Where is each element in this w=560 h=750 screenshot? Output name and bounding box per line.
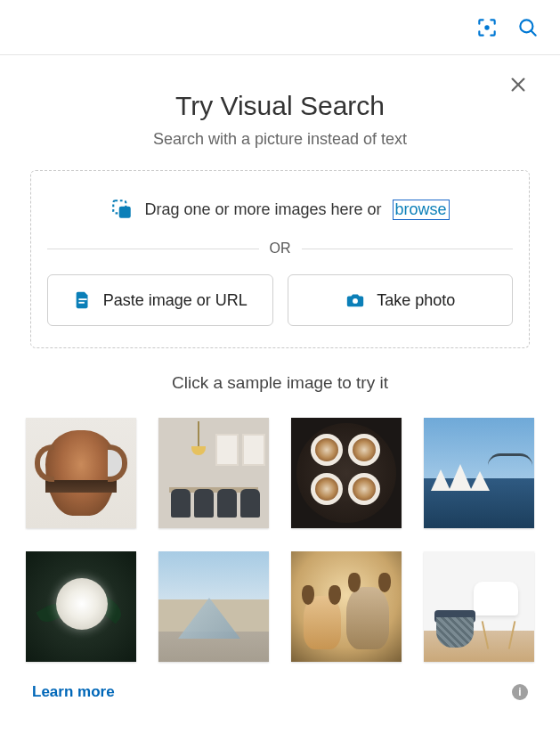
drop-zone[interactable]: Drag one or more images here or browse O… xyxy=(30,170,530,348)
photo-label: Take photo xyxy=(377,291,455,310)
svg-point-9 xyxy=(353,298,358,304)
sample-dogs[interactable] xyxy=(291,551,402,662)
or-label: OR xyxy=(270,240,291,257)
top-bar xyxy=(0,0,560,55)
svg-line-2 xyxy=(531,30,535,35)
sample-grid xyxy=(30,418,530,662)
sample-chair-basket[interactable] xyxy=(424,551,534,662)
svg-point-0 xyxy=(484,25,489,29)
sample-white-rose[interactable] xyxy=(26,551,136,662)
sample-images-label: Click a sample image to try it xyxy=(30,373,530,393)
sample-dining-room[interactable] xyxy=(158,418,269,528)
panel-title: Try Visual Search xyxy=(30,91,530,121)
sample-sydney-opera[interactable] xyxy=(424,418,534,528)
drag-text: Drag one or more images here or xyxy=(144,200,381,219)
panel-subtitle: Search with a picture instead of text xyxy=(30,130,530,149)
panel-footer: Learn more i xyxy=(30,683,530,701)
paste-image-button[interactable]: Paste image or URL xyxy=(47,274,273,326)
visual-search-icon[interactable] xyxy=(475,15,499,40)
browse-link[interactable]: browse xyxy=(393,200,450,220)
or-divider: OR xyxy=(47,240,513,257)
take-photo-button[interactable]: Take photo xyxy=(288,274,514,326)
images-icon xyxy=(110,198,134,221)
sample-latte-art[interactable] xyxy=(291,418,402,528)
paste-label: Paste image or URL xyxy=(103,291,248,310)
svg-rect-6 xyxy=(119,207,131,218)
sample-vase[interactable] xyxy=(26,418,136,528)
search-icon[interactable] xyxy=(515,15,540,40)
info-icon[interactable]: i xyxy=(512,684,528,700)
sample-louvre[interactable] xyxy=(158,551,269,662)
close-icon[interactable] xyxy=(508,75,530,96)
visual-search-panel: Try Visual Search Search with a picture … xyxy=(0,55,560,719)
svg-rect-7 xyxy=(78,298,86,300)
drag-instruction: Drag one or more images here or browse xyxy=(47,198,513,221)
svg-rect-8 xyxy=(78,302,84,304)
learn-more-link[interactable]: Learn more xyxy=(32,683,115,701)
